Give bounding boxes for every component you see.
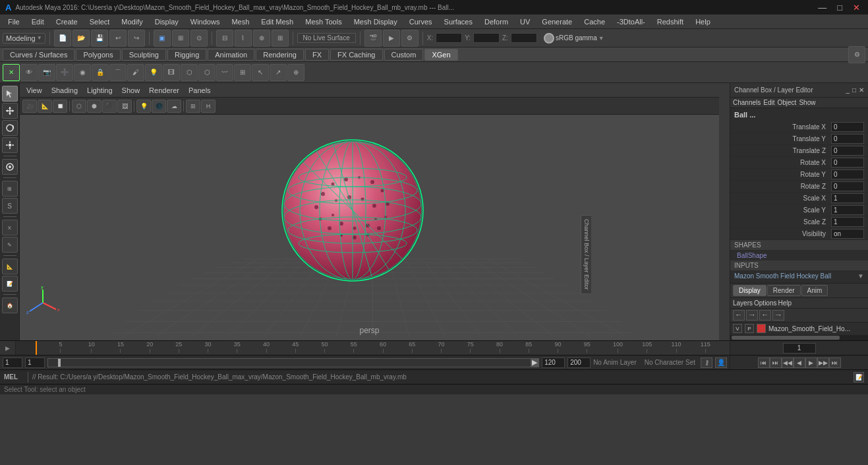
- shelf-select-tool[interactable]: ✕: [3, 64, 20, 81]
- soft-select[interactable]: S: [2, 198, 18, 214]
- shelf-add-tool[interactable]: ➕: [56, 64, 73, 81]
- shelf-settings-button[interactable]: ⚙: [848, 46, 865, 63]
- ipr-button[interactable]: ▶: [383, 30, 400, 47]
- ball-shape-item[interactable]: BallShape: [730, 251, 868, 261]
- snap-curve-button[interactable]: ⌇: [235, 30, 252, 47]
- redo-button[interactable]: ↪: [128, 30, 145, 47]
- menu-create[interactable]: Create: [51, 16, 83, 27]
- vp-menu-panels[interactable]: Panels: [185, 85, 215, 96]
- snap-point-button[interactable]: ⊕: [253, 30, 270, 47]
- open-button[interactable]: 📂: [72, 30, 90, 47]
- menu-display[interactable]: Display: [150, 16, 184, 27]
- tab-fx[interactable]: FX: [305, 49, 329, 61]
- cb-value-tx[interactable]: 0: [831, 122, 864, 132]
- shelf-mesh-tool[interactable]: ⬡: [198, 64, 216, 81]
- vp-light-button[interactable]: 💡: [136, 100, 151, 113]
- vp-ao-button[interactable]: ☁: [167, 100, 181, 113]
- tab-curves-surfaces[interactable]: Curves / Surfaces: [3, 49, 74, 61]
- select-all-button[interactable]: ⊞: [172, 30, 189, 47]
- shelf-cursor-tool[interactable]: ↖: [252, 64, 269, 81]
- layer-color-swatch[interactable]: [757, 324, 766, 333]
- vp-hud-button[interactable]: H: [201, 100, 216, 113]
- cb-menu-edit[interactable]: Edit: [763, 99, 774, 106]
- cb-value-sy[interactable]: 1: [831, 205, 864, 215]
- minimize-button[interactable]: —: [815, 3, 829, 13]
- transport-play[interactable]: ▶: [805, 357, 817, 368]
- cb-menu-object[interactable]: Object: [778, 99, 797, 106]
- menu-cache[interactable]: Cache: [579, 16, 610, 27]
- camera-x-field[interactable]: [436, 33, 462, 43]
- timeline-toggle[interactable]: ▶: [0, 341, 16, 356]
- shelf-move-visible[interactable]: 👁: [20, 64, 38, 81]
- tab-animation[interactable]: Animation: [208, 49, 254, 61]
- menu-select[interactable]: Select: [84, 16, 115, 27]
- cb-value-ty[interactable]: 0: [831, 134, 864, 144]
- shelf-extra-tool[interactable]: ⊕: [287, 64, 304, 81]
- last-tool[interactable]: [2, 159, 18, 175]
- timeline-ruler[interactable]: 5101520253035404550556065707580859095100…: [36, 341, 730, 355]
- menu-mesh[interactable]: Mesh: [226, 16, 254, 27]
- measure-tool[interactable]: 📐: [2, 259, 18, 274]
- maximize-button[interactable]: □: [834, 3, 845, 13]
- camera-nav[interactable]: 🏠: [2, 297, 18, 313]
- vp-shaded-button[interactable]: ⬛: [102, 100, 117, 113]
- vp-wireframe-button[interactable]: ⬡: [72, 100, 86, 113]
- layer-scroll-thumb[interactable]: [732, 336, 840, 340]
- layer-options-button[interactable]: ⭢: [772, 310, 784, 321]
- panel-minimize-icon[interactable]: _: [846, 86, 850, 94]
- show-manip[interactable]: ⊞: [2, 181, 18, 197]
- menu-help[interactable]: Help: [690, 16, 716, 27]
- cb-value-rx[interactable]: 0: [831, 158, 864, 168]
- layer-playback[interactable]: P: [745, 324, 754, 333]
- shelf-curve-tool[interactable]: ⌒: [109, 64, 127, 81]
- layer-scrollbar[interactable]: [730, 335, 868, 340]
- camera-z-field[interactable]: [511, 33, 537, 43]
- cb-value-sx[interactable]: 1: [831, 193, 864, 203]
- cb-menu-show[interactable]: Show: [799, 99, 815, 106]
- anim-key-button[interactable]: ⚷: [701, 357, 712, 368]
- vp-menu-shading[interactable]: Shading: [47, 85, 82, 96]
- menu-surfaces[interactable]: Surfaces: [439, 16, 478, 27]
- gamma-dropdown[interactable]: ▼: [598, 35, 604, 42]
- shelf-mirror-tool[interactable]: ⊞: [234, 64, 251, 81]
- layer-select-button[interactable]: ⭢: [746, 310, 758, 321]
- cb-value-vis[interactable]: on: [831, 229, 864, 239]
- anim-start-field[interactable]: [3, 357, 22, 368]
- layer-row[interactable]: V P Mazon_Smooth_Field_Ho...: [730, 323, 868, 335]
- transport-back[interactable]: ◀: [794, 357, 805, 368]
- panel-close-icon[interactable]: ✕: [859, 86, 864, 94]
- select-mode-button[interactable]: ▣: [154, 30, 171, 47]
- paint-select[interactable]: ✎: [2, 237, 18, 253]
- vp-camera-button[interactable]: 🎥: [22, 100, 37, 113]
- shelf-wire-tool[interactable]: ◉: [74, 64, 91, 81]
- annotate-tool[interactable]: 📝: [2, 276, 18, 292]
- shelf-paint-tool[interactable]: 🖌: [127, 64, 144, 81]
- cb-value-tz[interactable]: 0: [831, 146, 864, 156]
- shelf-render-tool[interactable]: 🎞: [163, 64, 180, 81]
- layer-visibility[interactable]: V: [733, 324, 742, 333]
- shelf-geo-tool[interactable]: ⬡: [181, 64, 198, 81]
- vp-shadow-button[interactable]: 🌑: [152, 100, 166, 113]
- vp-snap-button[interactable]: 🔲: [53, 100, 67, 113]
- vp-smooth-button[interactable]: ⬢: [87, 100, 101, 113]
- vp-grid-button[interactable]: ⊞: [186, 100, 200, 113]
- tab-rigging[interactable]: Rigging: [167, 49, 206, 61]
- undo-button[interactable]: ↩: [109, 30, 127, 47]
- camera-y-field[interactable]: [473, 33, 500, 43]
- anim-slider[interactable]: ▶: [47, 358, 539, 367]
- cb-value-ry[interactable]: 0: [831, 170, 864, 179]
- render-settings-button[interactable]: ⚙: [401, 30, 419, 47]
- lasso-select-button[interactable]: ⊙: [190, 30, 208, 47]
- menu-windows[interactable]: Windows: [185, 16, 225, 27]
- xray-mode[interactable]: X: [2, 220, 18, 235]
- menu-deform[interactable]: Deform: [479, 16, 513, 27]
- options-menu[interactable]: Options: [754, 299, 776, 307]
- anim-slider-end-button[interactable]: ▶: [531, 359, 538, 367]
- tab-xgen[interactable]: XGen: [424, 49, 457, 61]
- tab-rendering[interactable]: Rendering: [256, 49, 304, 61]
- scale-tool[interactable]: [2, 137, 18, 153]
- layer-new-button[interactable]: ⭠: [733, 310, 745, 321]
- transport-go-end[interactable]: ⏭: [829, 357, 841, 368]
- snap-grid-button[interactable]: ⊟: [216, 30, 233, 47]
- status-script-editor-button[interactable]: 📝: [854, 372, 864, 383]
